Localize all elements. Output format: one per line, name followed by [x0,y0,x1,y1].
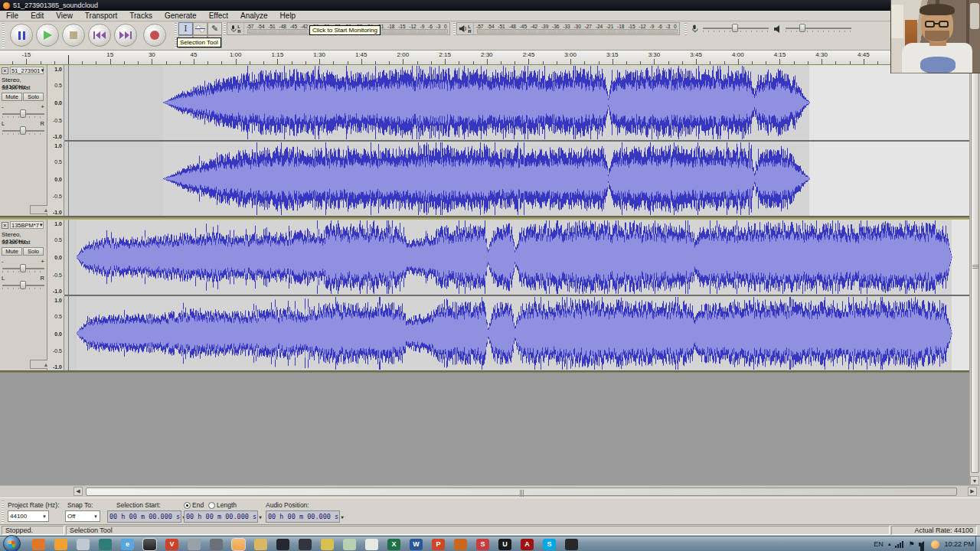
playback-meter-speaker[interactable]: LR [457,23,474,34]
horizontal-scrollbar[interactable]: ◀ ▶ [0,485,980,497]
track2-gain-slider[interactable] [2,263,44,273]
taskbar-icon-word[interactable]: W [410,539,423,550]
toolbar-grip[interactable] [2,23,5,48]
taskbar-icon-media-player[interactable] [54,539,67,550]
taskbar-icon-uni-reader[interactable]: U [498,539,511,550]
mixer-grip[interactable] [684,23,687,35]
horizontal-scroll-thumb[interactable] [86,487,957,496]
project-rate-select[interactable]: 44100▼ [8,510,49,522]
taskbar-icon-excel[interactable]: X [387,539,400,550]
vertical-scrollbar[interactable]: ▲ ▼ [969,51,980,485]
volume-icon[interactable] [919,541,926,548]
menu-edit[interactable]: Edit [24,11,50,20]
taskbar-icon-darkgrey-app[interactable] [210,539,223,550]
scroll-left-arrow[interactable]: ◀ [74,487,83,496]
menu-analyze[interactable]: Analyze [234,11,274,20]
envelope-tool-button[interactable] [193,22,207,35]
menu-help[interactable]: Help [274,11,302,20]
recording-meter-mic[interactable]: LR [227,23,244,34]
scroll-down-arrow[interactable]: ▼ [970,476,979,485]
playmeter-grip[interactable] [453,23,456,35]
taskbar-icon-black-oval-app[interactable] [565,539,578,550]
track2-ch2-amp-ruler[interactable]: 1.00.50.0-0.5-1.0 [47,296,64,370]
taskbar-icon-folder[interactable] [254,539,267,550]
track1-pan-slider[interactable] [2,126,44,135]
track2-ch1-waveform[interactable] [64,220,969,295]
menu-file[interactable]: File [0,11,24,20]
output-volume-thumb[interactable] [799,24,805,32]
taskbar-icon-tv-app[interactable] [77,539,90,550]
track2-control-panel[interactable]: ✕ 135BPM*7▼ Stereo, 44100Hz 32-bit float… [0,220,47,370]
track2-solo-button[interactable]: Solo [23,247,44,256]
snap-to-select[interactable]: Off▼ [65,510,100,522]
track1-mute-button[interactable]: Mute [2,93,22,101]
track1-gain-thumb[interactable] [20,109,26,118]
weather-icon[interactable] [931,540,939,549]
track2-pan-slider[interactable] [2,280,44,290]
track1-gain-slider[interactable] [2,109,44,119]
pause-button[interactable] [10,24,33,47]
taskbar-icon-notepad[interactable] [365,539,378,550]
track1-ch2-amp-ruler[interactable]: 1.00.50.0-0.5-1.0 [47,142,64,216]
end-radio-circle[interactable] [184,502,191,509]
play-button[interactable] [36,24,59,47]
selbar-grip[interactable] [2,500,4,523]
track1-solo-button[interactable]: Solo [23,93,44,101]
taskbar-icon-red-s-app[interactable]: S [476,539,489,550]
taskbar-icon-powerpoint[interactable]: P [432,539,445,550]
track2-ch2-waveform[interactable] [64,296,969,370]
recmeter-grip[interactable] [224,23,226,35]
menu-generate[interactable]: Generate [158,11,203,20]
network-icon[interactable] [895,541,903,548]
track2-pan-thumb[interactable] [20,281,26,289]
record-button[interactable] [143,24,166,47]
output-volume-slider[interactable] [786,23,851,33]
taskbar-icon-dark-app[interactable] [299,539,312,550]
track1-close-button[interactable]: ✕ [2,67,8,74]
taskbar-icon-recorder[interactable] [143,539,156,550]
track1-pan-thumb[interactable] [20,126,26,135]
track2-close-button[interactable]: ✕ [2,222,8,229]
clock[interactable]: 10:22 PM [944,540,974,548]
scroll-right-arrow[interactable]: ▶ [968,487,977,496]
draw-tool-button[interactable]: ✎ [207,22,222,35]
audio-position-field[interactable]: 00 h 00 m 00.000 s▼ [266,510,340,523]
track2-title-menu[interactable]: 135BPM*7▼ [10,221,44,229]
timeline-ruler[interactable]: -151530451:001:151:301:452:002:152:302:4… [0,51,980,65]
taskbar-icon-teal-app[interactable] [99,539,112,550]
track1-title-menu[interactable]: 51_273901▼ [10,67,44,74]
stop-button[interactable] [62,24,85,47]
track1-control-panel[interactable]: ✕ 51_273901▼ Stereo, 44100Hz 32-bit floa… [0,65,47,216]
skip-to-start-button[interactable] [88,24,111,47]
show-desktop-button[interactable] [975,536,980,551]
input-volume-thumb[interactable] [732,24,738,32]
vertical-scroll-thumb[interactable] [971,61,979,473]
track2-ch1-amp-ruler[interactable]: 1.00.50.0-0.5-1.0 [47,220,64,295]
playback-meter[interactable]: LR -57-54-51-48-45-42-39-36-33-30-27-24-… [456,22,680,35]
taskbar-icon-audacity[interactable] [232,539,245,550]
menu-transport[interactable]: Transport [79,11,123,20]
track1-ch2-waveform[interactable] [64,142,969,216]
taskbar-icon-orange-app[interactable] [454,539,467,550]
length-radio-circle[interactable] [208,502,215,509]
track2-mute-button[interactable]: Mute [2,247,22,256]
selection-tool-button[interactable]: I [178,22,193,35]
language-indicator[interactable]: EN [874,540,884,548]
action-center-icon[interactable]: ⚑ [908,540,914,548]
track1-ch1-amp-ruler[interactable]: 1.00.50.0-0.5-1.0 [47,65,64,140]
taskbar-icon-skype[interactable]: S [543,539,556,550]
taskbar-icon-acrobat[interactable]: A [521,539,534,550]
taskbar-icon-internet-explorer[interactable]: e [121,539,134,550]
input-volume-slider[interactable] [703,23,769,33]
menu-effect[interactable]: Effect [203,11,234,20]
menu-tracks[interactable]: Tracks [123,11,158,20]
length-radio[interactable]: Length [208,501,237,509]
taskbar-icon-grey-app[interactable] [188,539,201,550]
taskbar-icon-palegreen-app[interactable] [343,539,356,550]
selection-start-field[interactable]: 00 h 00 m 00.000 s▼ [107,510,181,523]
skip-to-end-button[interactable] [114,24,137,47]
track2-gain-thumb[interactable] [20,264,26,272]
menu-view[interactable]: View [50,11,79,20]
track1-ch1-waveform[interactable] [64,65,969,140]
empty-track-space[interactable] [0,373,969,485]
